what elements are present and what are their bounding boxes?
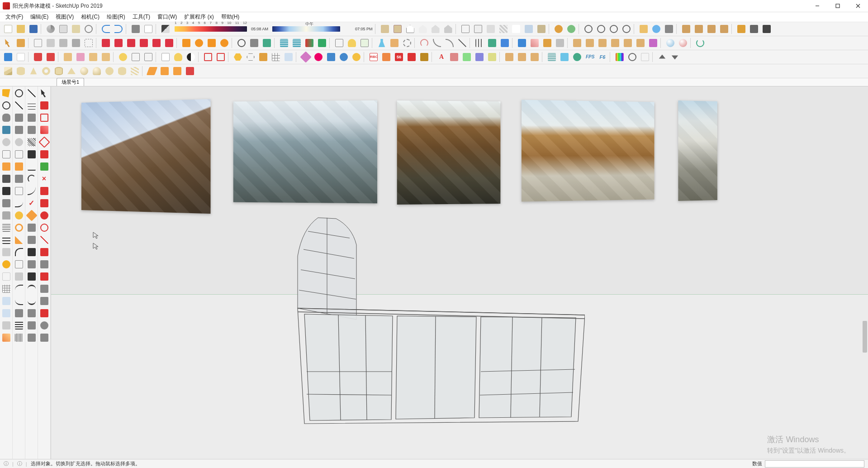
lc2-arc-icon[interactable] [14, 247, 24, 258]
zoom-ext-icon[interactable] [608, 23, 620, 35]
lc-cam-3-icon[interactable] [1, 186, 12, 196]
red-stamp-6-icon[interactable] [163, 37, 175, 49]
menu-file[interactable]: 文件(F) [2, 12, 27, 22]
lc4-wrench-icon[interactable] [39, 283, 50, 294]
earth-icon[interactable] [571, 51, 583, 63]
style-tex-icon[interactable] [498, 23, 509, 35]
cut-icon[interactable] [45, 23, 57, 35]
flask-2-icon[interactable] [559, 51, 570, 63]
tan-sq-3-icon[interactable] [100, 51, 112, 63]
style-xray-icon[interactable] [523, 23, 535, 35]
blue-panel-icon[interactable] [516, 37, 528, 49]
reference-image-2[interactable] [233, 100, 377, 204]
shadow-toggle-icon[interactable] [160, 23, 171, 35]
menu-camera[interactable]: 相机(C) [77, 12, 103, 22]
tool-x2-icon[interactable] [461, 51, 473, 63]
menu-window[interactable]: 窗口(W) [154, 12, 180, 22]
flag-icon[interactable] [541, 37, 553, 49]
blank-1-icon[interactable] [639, 51, 651, 63]
wireframe-cube-icon[interactable] [32, 37, 44, 49]
lc4-cube-icon[interactable] [39, 296, 50, 306]
bulb-icon[interactable] [172, 51, 184, 63]
shape-torus-icon[interactable] [40, 65, 52, 77]
lc3-brush-3-icon[interactable] [26, 320, 37, 331]
pencil-2-icon[interactable] [529, 37, 541, 49]
shadow-time-slider[interactable] [272, 26, 340, 32]
layer-stack-icon[interactable] [146, 65, 158, 77]
layer-stack-3-icon[interactable] [171, 65, 183, 77]
lc-grid-2-icon[interactable] [1, 296, 12, 306]
viewport[interactable]: 激活 Windows 转到"设置"以激活 Windows。 [51, 86, 868, 464]
plugin-c-icon[interactable] [735, 23, 747, 35]
lc4-knife-icon[interactable] [39, 259, 50, 270]
chevron-up-icon[interactable] [656, 51, 668, 63]
scissors-icon[interactable] [248, 37, 260, 49]
box-tan-2-icon[interactable] [584, 37, 596, 49]
orange-plugin-2-icon[interactable] [193, 37, 205, 49]
style-wireframe-icon[interactable] [460, 23, 471, 35]
menu-edit[interactable]: 编辑(E) [27, 12, 52, 22]
zoom-prev-icon[interactable] [621, 23, 632, 35]
fps-icon[interactable]: FPS [584, 51, 596, 63]
parallel-icon[interactable] [474, 37, 485, 49]
cube-o-icon[interactable] [389, 37, 400, 49]
color-bar-icon[interactable] [304, 37, 315, 49]
style-back-icon[interactable] [536, 23, 547, 35]
tool-x1-icon[interactable] [448, 51, 460, 63]
reference-image-3[interactable] [397, 100, 501, 205]
lc4-sphere-2-icon[interactable] [39, 222, 50, 233]
plugin-d-icon[interactable] [748, 23, 760, 35]
section-fill-icon[interactable] [718, 23, 730, 35]
red-mark-1-icon[interactable] [202, 51, 214, 63]
style-hidden-icon[interactable] [472, 23, 484, 35]
lc3-line-icon[interactable] [26, 88, 37, 99]
plugin-a-icon[interactable] [553, 23, 564, 35]
lc2-lines-icon[interactable] [14, 320, 24, 331]
lc-cloud-icon[interactable] [1, 137, 12, 148]
lc2-cloud-icon[interactable] [14, 137, 24, 148]
lc-cam-2-icon[interactable] [1, 173, 12, 184]
arc-3-icon[interactable] [444, 37, 455, 49]
shape-hemi-icon[interactable] [91, 65, 103, 77]
plugin-b-icon[interactable] [565, 23, 577, 35]
lc-info-icon[interactable] [1, 259, 12, 270]
arc-arrow-icon[interactable] [418, 37, 430, 49]
lc4-rect-icon[interactable] [39, 112, 50, 123]
model-info-icon[interactable] [142, 23, 154, 35]
redo-icon[interactable] [113, 23, 124, 35]
lc2-sun-icon[interactable] [14, 210, 24, 221]
lc-lines-icon[interactable] [1, 222, 12, 233]
shape-helix-icon[interactable] [129, 65, 141, 77]
lc3-diamond-icon[interactable] [26, 210, 37, 221]
lc-cam-icon[interactable] [1, 124, 12, 135]
box-tan-4-icon[interactable] [609, 37, 621, 49]
diamond-p-icon[interactable] [300, 51, 312, 63]
minimize-button[interactable] [807, 0, 827, 12]
rbc-icon[interactable]: RBC [368, 51, 379, 63]
lc4-pencil-icon[interactable] [39, 124, 50, 135]
lc-lock-icon[interactable] [1, 210, 12, 221]
box-tan-6-icon[interactable] [635, 37, 646, 49]
lc4-scatter-icon[interactable] [39, 161, 50, 172]
lc3-brush-2-icon[interactable] [26, 308, 37, 319]
lc4-drop-icon[interactable] [39, 198, 50, 209]
cube-3d-1-icon[interactable] [503, 51, 515, 63]
shape-dish-icon[interactable] [116, 65, 128, 77]
lc4-diamond-icon[interactable] [39, 137, 50, 148]
house-view-4-icon[interactable] [442, 23, 454, 35]
component-icon[interactable] [379, 23, 391, 35]
lc4-gear-icon[interactable] [39, 320, 50, 331]
lc3-hatch-icon[interactable] [26, 137, 37, 148]
brick-1-icon[interactable] [278, 37, 290, 49]
target-icon[interactable] [626, 51, 638, 63]
circle-r-icon[interactable] [313, 51, 324, 63]
tool-x4-icon[interactable] [486, 51, 498, 63]
lc-sound-icon[interactable] [1, 198, 12, 209]
menu-tools[interactable]: 工具(T) [129, 12, 154, 22]
sun-icon[interactable] [117, 51, 129, 63]
shape-cylinder-icon[interactable] [15, 65, 27, 77]
layer-stack-2-icon[interactable] [159, 65, 171, 77]
grid-6-icon[interactable] [283, 51, 294, 63]
scrollbar-thumb[interactable] [863, 321, 867, 353]
lc3-brush-4-icon[interactable] [26, 332, 37, 343]
